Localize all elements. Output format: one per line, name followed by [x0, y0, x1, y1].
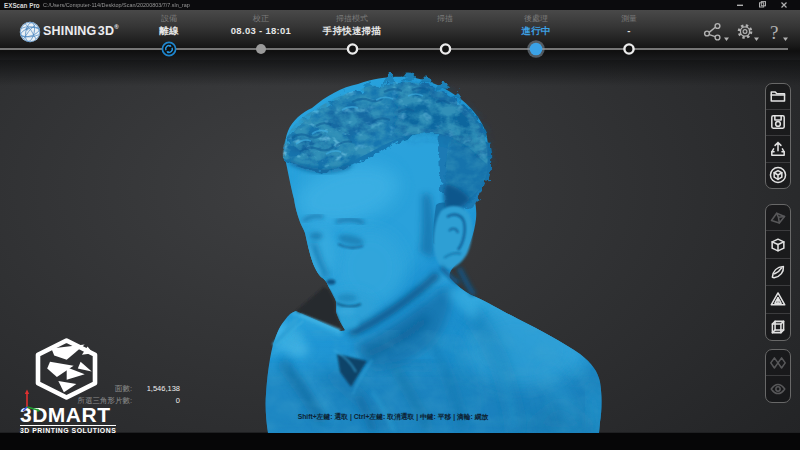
svg-text:?: ?	[770, 22, 778, 43]
